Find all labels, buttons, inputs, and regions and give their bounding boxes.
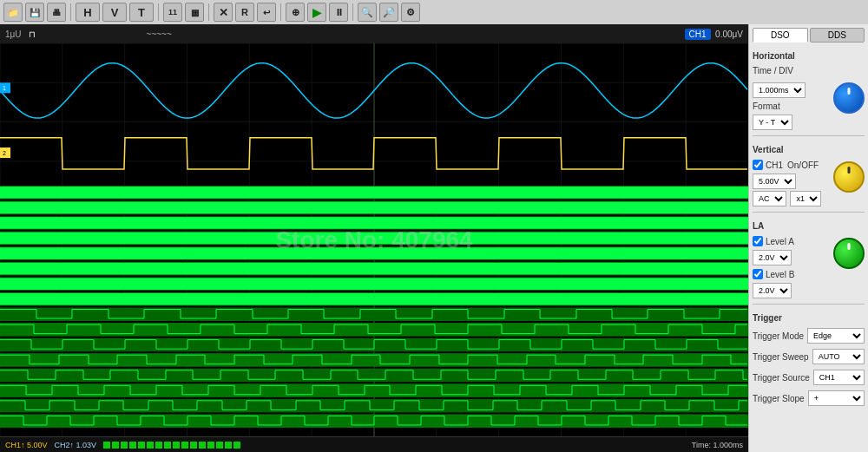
level-b-row: Level B <box>753 269 830 279</box>
waveform-canvas[interactable]: Store No: 407964 <box>0 43 748 436</box>
la-sq-10 <box>181 442 188 449</box>
zoom-button[interactable]: ⊕ <box>286 3 305 22</box>
la-sq-11 <box>190 442 197 449</box>
level-a-label: Level A <box>766 237 794 246</box>
trigger-info: CH1 0.00μV <box>685 29 743 39</box>
trigger-slope-label: Trigger Slope <box>753 394 805 403</box>
trigger-sweep-label: Trigger Sweep <box>753 352 809 362</box>
la-sq-12 <box>199 442 206 449</box>
trigger-pos-indicator: ~~~~~ <box>147 29 172 39</box>
vertical-control: CH1 On/OFF 5.00V AC x1 <box>753 160 865 206</box>
level-a-select[interactable]: 2.0V <box>753 250 792 265</box>
divider3 <box>753 304 865 305</box>
time-div-control: 1.000ms Format Y - T <box>753 81 865 130</box>
probe-select[interactable]: x1 <box>790 191 821 206</box>
trigger-source-row: Trigger Source CH1 <box>753 370 865 385</box>
search-button[interactable]: 🔍 <box>358 3 377 22</box>
la-sq-3 <box>121 442 128 449</box>
la-control: Level A 2.0V Level B 2.0V <box>753 236 865 298</box>
trigger-source-label: Trigger Source <box>753 373 810 383</box>
la-sq-13 <box>207 442 214 449</box>
time-div-row: Time / DIV <box>753 66 865 75</box>
la-sq-8 <box>164 442 171 449</box>
la-sq-6 <box>147 442 154 449</box>
scope-time-label: 1μU <box>5 29 22 39</box>
measure-button[interactable]: 11 <box>163 3 182 22</box>
la-sq-14 <box>216 442 223 449</box>
format-row: Format <box>753 102 830 111</box>
level-a-checkbox[interactable] <box>753 236 763 246</box>
divider2 <box>753 212 865 213</box>
grid-button[interactable]: ▦ <box>185 3 204 22</box>
separator4 <box>280 3 281 21</box>
separator <box>70 3 71 21</box>
ch1-badge: CH1 <box>685 29 711 40</box>
play-button[interactable]: ▶ <box>307 3 326 22</box>
run-button[interactable]: R <box>235 3 254 22</box>
separator3 <box>208 3 209 21</box>
trigger-sweep-select[interactable]: AUTO <box>812 349 865 364</box>
ch1-checkbox[interactable] <box>753 160 763 170</box>
horizontal-title: Horizontal <box>753 51 865 61</box>
open-button[interactable]: 📁 <box>3 3 23 22</box>
horizontal-knob[interactable] <box>833 82 865 114</box>
ch1-status: CH1↑ 5.00V <box>5 441 48 449</box>
ref2-button[interactable]: ↩ <box>257 3 276 22</box>
format-select[interactable]: Y - T <box>753 115 792 130</box>
tab-dso[interactable]: DSO <box>753 28 808 43</box>
vertical-knob[interactable] <box>833 161 865 193</box>
format-label: Format <box>753 102 792 111</box>
la-sq-9 <box>173 442 180 449</box>
v-button[interactable]: V <box>102 3 127 22</box>
main-content: 1μU ⊓ ~~~~~ CH1 0.00μV Store No: 407964 … <box>0 24 868 452</box>
scope-canvas <box>0 43 748 436</box>
la-sq-7 <box>155 442 162 449</box>
level-b-label: Level B <box>766 270 794 279</box>
trigger-mode-row: Trigger Mode Edge <box>753 328 865 344</box>
la-sq-2 <box>112 442 119 449</box>
la-status-blocks <box>103 442 240 449</box>
toolbar: 📁 💾 🖶 H V T 11 ▦ ✕ R ↩ ⊕ ▶ ⏸ 🔍 🔎 ⚙ <box>0 0 868 24</box>
zoom2-button[interactable]: 🔎 <box>379 3 398 22</box>
onoff-label: On/OFF <box>787 160 819 170</box>
separator5 <box>352 3 353 21</box>
print-button[interactable]: 🖶 <box>47 3 66 22</box>
tab-dds[interactable]: DDS <box>810 28 865 43</box>
scope-bottom-bar: CH1↑ 5.00V CH2↑ 1.03V Time: <box>0 436 748 452</box>
right-panel: DSO DDS Horizontal Time / DIV 1.000ms Fo… <box>748 24 868 452</box>
settings-button[interactable]: ⚙ <box>401 3 420 22</box>
la-sq-4 <box>129 442 136 449</box>
trigger-mode-select[interactable]: Edge <box>807 328 865 344</box>
pause-button[interactable]: ⏸ <box>329 3 348 22</box>
trigger-mode-label: Trigger Mode <box>753 331 804 341</box>
vertical-title: Vertical <box>753 145 865 154</box>
panel-tabs: DSO DDS <box>753 28 865 43</box>
time-status: Time: 1.000ms <box>692 441 743 449</box>
save-button[interactable]: 💾 <box>25 3 44 22</box>
coupling-select[interactable]: AC <box>753 191 786 206</box>
time-div-label: Time / DIV <box>753 66 793 75</box>
level-a-row: Level A <box>753 236 830 246</box>
la-sq-5 <box>138 442 145 449</box>
divider1 <box>753 135 865 136</box>
level-b-checkbox[interactable] <box>753 269 763 279</box>
trigger-slope-row: Trigger Slope + <box>753 390 865 406</box>
la-sq-15 <box>225 442 232 449</box>
ch1-label: CH1 <box>766 160 783 170</box>
volts-div-select[interactable]: 5.00V <box>753 174 796 189</box>
trigger-title: Trigger <box>753 313 865 323</box>
la-sq-16 <box>233 442 240 449</box>
trigger-source-select[interactable]: CH1 <box>813 370 865 385</box>
trigger-value: 0.00μV <box>715 29 743 39</box>
t-button[interactable]: T <box>129 3 154 22</box>
la-title: LA <box>753 221 865 231</box>
ref-button[interactable]: ✕ <box>214 3 233 22</box>
time-div-select[interactable]: 1.000ms <box>753 82 806 98</box>
la-knob[interactable] <box>833 238 865 269</box>
trigger-sweep-row: Trigger Sweep AUTO <box>753 349 865 364</box>
separator2 <box>158 3 159 21</box>
ch1-checkbox-row: CH1 On/OFF <box>753 160 830 170</box>
level-b-select[interactable]: 2.0V <box>753 283 792 298</box>
trigger-slope-select[interactable]: + <box>808 390 865 406</box>
h-button[interactable]: H <box>76 3 100 22</box>
